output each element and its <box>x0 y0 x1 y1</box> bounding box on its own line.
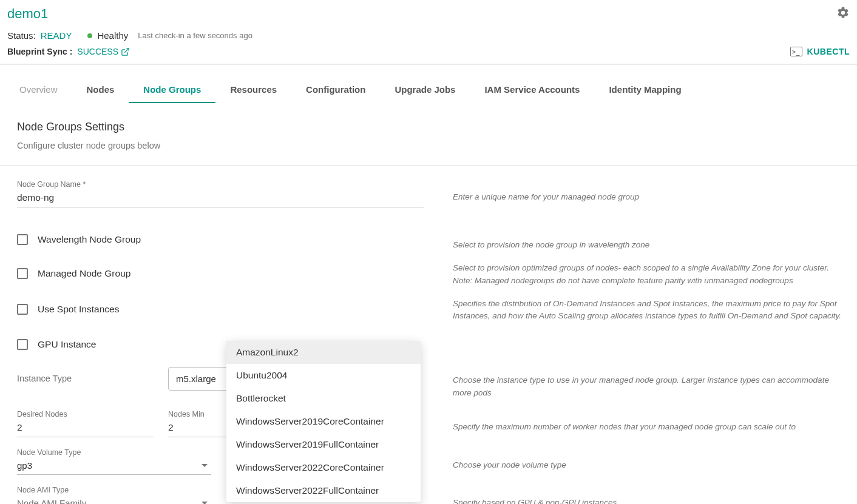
status-value: READY <box>41 30 72 41</box>
tab-node-groups[interactable]: Node Groups <box>129 77 215 103</box>
tab-upgrade-jobs[interactable]: Upgrade Jobs <box>380 77 470 103</box>
managed-label: Managed Node Group <box>38 268 130 279</box>
gpu-checkbox[interactable] <box>17 339 28 350</box>
spot-label: Use Spot Instances <box>38 304 119 315</box>
desired-label: Desired Nodes <box>17 410 154 418</box>
dropdown-option-ubuntu2004[interactable]: Ubuntu2004 <box>226 364 421 387</box>
chevron-down-icon <box>202 464 208 467</box>
external-link-icon <box>121 47 130 56</box>
page-title: demo1 <box>7 6 48 22</box>
last-checkin: Last check-in a few seconds ago <box>138 31 252 40</box>
dropdown-option-windowsserver2022corecontainer[interactable]: WindowsServer2022CoreContainer <box>226 456 421 479</box>
ami-dropdown-menu[interactable]: AmazonLinux2Ubuntu2004BottlerocketWindow… <box>226 341 421 502</box>
ami-type-help: Specify based on GPU & non-GPU instances <box>442 486 847 504</box>
section-title: Node Groups Settings <box>17 121 847 133</box>
kubectl-button[interactable]: >_ KUBECTL <box>790 47 850 56</box>
dropdown-option-amazonlinux2[interactable]: AmazonLinux2 <box>226 341 421 364</box>
divider <box>0 165 857 166</box>
name-input[interactable] <box>17 190 424 207</box>
tab-overview[interactable]: Overview <box>5 77 72 103</box>
section-description: Configure cluster node groups below <box>17 141 847 150</box>
managed-checkbox[interactable] <box>17 268 28 279</box>
tab-iam-service-accounts[interactable]: IAM Service Accounts <box>470 77 594 103</box>
desired-input[interactable] <box>17 420 154 437</box>
volume-type-help: Choose your node volume type <box>442 448 847 471</box>
gpu-label: GPU Instance <box>38 339 97 350</box>
sync-label: Blueprint Sync : <box>7 47 72 56</box>
tab-configuration[interactable]: Configuration <box>291 77 380 103</box>
sync-value-link[interactable]: SUCCESS <box>77 47 130 56</box>
tab-nodes[interactable]: Nodes <box>72 77 129 103</box>
ami-type-select[interactable]: Node AMI Family <box>17 496 211 504</box>
volume-type-label: Node Volume Type <box>17 448 211 457</box>
page-header: demo1 Status: READY Healthy Last check-i… <box>0 0 857 65</box>
tab-resources[interactable]: Resources <box>215 77 291 103</box>
name-label: Node Group Name * <box>17 180 442 189</box>
wavelength-help: Select to provision the node group in wa… <box>442 228 847 251</box>
managed-help: Select to provision optimized groups of … <box>442 262 847 287</box>
spot-checkbox[interactable] <box>17 304 28 315</box>
dropdown-option-windowsserver2019corecontainer[interactable]: WindowsServer2019CoreContainer <box>226 410 421 433</box>
nodes-help: Specify the maximum number of worker nod… <box>442 410 847 433</box>
tabs: OverviewNodesNode GroupsResourcesConfigu… <box>0 77 857 104</box>
ami-type-label: Node AMI Type <box>17 486 211 494</box>
terminal-icon: >_ <box>790 47 802 56</box>
dropdown-option-windowsserver2022fullcontainer[interactable]: WindowsServer2022FullContainer <box>226 479 421 502</box>
chevron-down-icon <box>202 502 208 504</box>
settings-section: Node Groups Settings Configure cluster n… <box>0 104 857 504</box>
name-help: Enter a unique name for your managed nod… <box>442 180 847 203</box>
health-indicator-icon <box>87 33 92 38</box>
instance-type-label: Instance Type <box>17 374 154 383</box>
wavelength-checkbox[interactable] <box>17 234 28 245</box>
dropdown-option-bottlerocket[interactable]: Bottlerocket <box>226 387 421 410</box>
instance-type-help: Choose the instance type to use in your … <box>442 367 847 399</box>
spot-help: Specifies the distribution of On-Demand … <box>442 298 847 323</box>
dropdown-option-windowsserver2019fullcontainer[interactable]: WindowsServer2019FullContainer <box>226 433 421 456</box>
status-label: Status: <box>7 30 36 41</box>
wavelength-label: Wavelength Node Group <box>38 234 141 245</box>
volume-type-select[interactable]: gp3 <box>17 458 211 475</box>
health-text: Healthy <box>97 30 128 41</box>
svg-line-0 <box>124 48 129 52</box>
gear-icon[interactable] <box>836 6 850 21</box>
tab-identity-mapping[interactable]: Identity Mapping <box>594 77 696 103</box>
